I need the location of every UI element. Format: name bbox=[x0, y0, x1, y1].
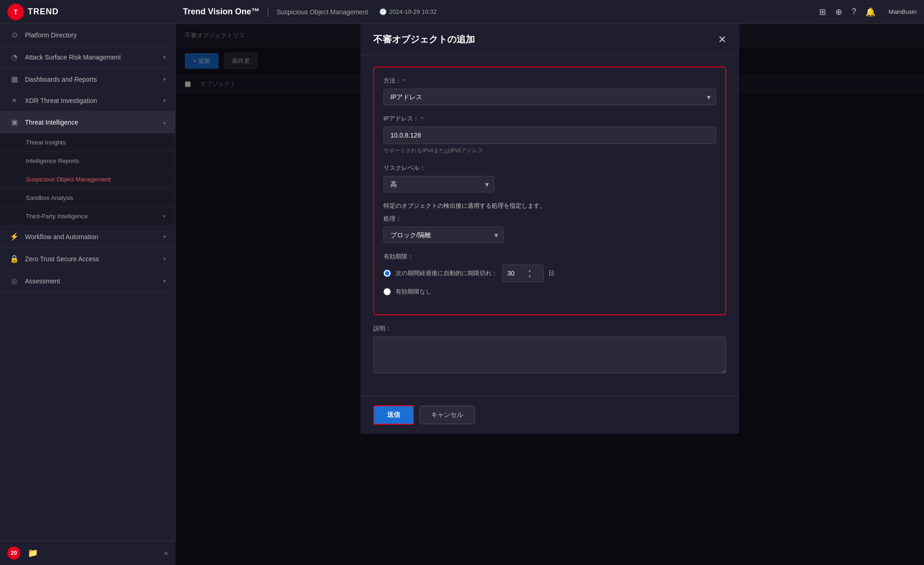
trend-logo-icon: T bbox=[7, 4, 24, 20]
threat-insights-label: Threat Insights bbox=[26, 139, 66, 146]
sidebar-item-assessment[interactable]: ◎ Assessment ▾ bbox=[0, 270, 175, 292]
sidebar-item-third-party[interactable]: Third-Party Intelligence ▾ bbox=[0, 207, 175, 226]
zero-trust-icon: 🔒 bbox=[9, 254, 19, 263]
description-label: 説明： bbox=[373, 325, 726, 333]
logo-area: T TREND bbox=[7, 4, 183, 20]
chevron-icon: ▾ bbox=[163, 256, 166, 262]
expiry-label: 有効期限： bbox=[383, 252, 716, 261]
sidebar-collapse-btn[interactable]: « bbox=[164, 549, 168, 557]
user-label[interactable]: MainBusin bbox=[888, 8, 917, 15]
expiry-auto-label: 次の期間経過後に自動的に期限切れ： bbox=[395, 269, 498, 277]
ip-address-input[interactable] bbox=[383, 126, 716, 144]
sidebar-item-attack-surface[interactable]: ◔ Attack Surface Risk Management ▾ bbox=[0, 46, 175, 68]
modal-overlay: 不審オブジェクトの追加 ✕ 方法： * bbox=[176, 24, 924, 565]
ip-hint: サポートされるIPv4またはIPv6アドレス bbox=[383, 147, 716, 155]
help-icon[interactable]: ? bbox=[851, 7, 856, 17]
header-time: 🕙 2024-10-29 10:32 bbox=[379, 8, 437, 15]
required-star-ip: * bbox=[421, 115, 423, 122]
third-party-label: Third-Party Intelligence bbox=[26, 213, 88, 220]
description-group: 説明： bbox=[373, 325, 726, 375]
risk-level-group: リスクレベル： 高 中 低 bbox=[383, 164, 716, 192]
content-area: 不審オブジェクトリス + 追加 最終更 オブジェクト 不審オブジェクトの追加 ✕ bbox=[176, 24, 924, 565]
expiry-none-radio[interactable] bbox=[383, 288, 391, 295]
notification-icon[interactable]: 🔔 bbox=[865, 7, 875, 17]
highlighted-section: 方法： * IPアドレス URL ドメイン ファイルSHA-1 ファイルSHA-… bbox=[373, 66, 726, 315]
sidebar-item-zero-trust[interactable]: 🔒 Zero Trust Secure Access ▾ bbox=[0, 248, 175, 270]
sidebar-item-sandbox-analysis[interactable]: Sandbox Analysis bbox=[0, 189, 175, 207]
sidebar-item-intelligence-reports[interactable]: Intelligence Reports bbox=[0, 152, 175, 170]
expiry-radio-group: 次の期間経過後に自動的に期限切れ： ▴ ▾ 日 bbox=[383, 264, 716, 296]
sidebar: ⊙ Platform Directory ◔ Attack Surface Ri… bbox=[0, 24, 176, 565]
method-select-wrapper[interactable]: IPアドレス URL ドメイン ファイルSHA-1 ファイルSHA-256 bbox=[383, 89, 716, 105]
action-description-text: 特定のオブジェクトの検出後に適用する処理を指定します。 bbox=[383, 202, 716, 210]
header-center: Trend Vision One™ | Suspicious Object Ma… bbox=[183, 6, 819, 17]
submit-button[interactable]: 送信 bbox=[373, 405, 414, 425]
down-arrow[interactable]: ▾ bbox=[529, 274, 531, 279]
platform-icon: ⊙ bbox=[9, 30, 19, 39]
assessment-icon: ◎ bbox=[9, 276, 19, 285]
sidebar-label-workflow: Workflow and Automation bbox=[25, 233, 158, 240]
suspicious-object-label: Suspicious Object Management bbox=[26, 176, 111, 183]
logo-text: TREND bbox=[28, 7, 59, 17]
grid-icon[interactable]: ⊞ bbox=[819, 7, 826, 17]
risk-label: リスクレベル： bbox=[383, 164, 716, 172]
action-select-wrapper[interactable]: ブロック/隔離 ログのみ bbox=[383, 227, 504, 243]
main-layout: ⊙ Platform Directory ◔ Attack Surface Ri… bbox=[0, 24, 924, 565]
chevron-icon: ▾ bbox=[163, 54, 166, 60]
risk-select[interactable]: 高 中 低 bbox=[383, 176, 494, 192]
intelligence-reports-label: Intelligence Reports bbox=[26, 157, 79, 164]
expiry-number-input-wrapper: ▴ ▾ bbox=[502, 264, 544, 282]
sidebar-item-threat-insights[interactable]: Threat Insights bbox=[0, 133, 175, 152]
page-context: Suspicious Object Management bbox=[277, 8, 368, 16]
datetime-text: 2024-10-29 10:32 bbox=[389, 8, 437, 15]
action-select[interactable]: ブロック/隔離 ログのみ bbox=[383, 227, 504, 243]
sidebar-file-icon[interactable]: 📁 bbox=[28, 548, 38, 558]
xdr-icon: ✕ bbox=[9, 97, 19, 104]
sidebar-item-platform-directory[interactable]: ⊙ Platform Directory bbox=[0, 24, 175, 46]
chevron-up-icon: ▴ bbox=[163, 119, 166, 126]
sidebar-item-suspicious-object[interactable]: Suspicious Object Management bbox=[0, 170, 175, 189]
sidebar-item-dashboards[interactable]: ▦ Dashboards and Reports ▾ bbox=[0, 68, 175, 90]
sidebar-item-xdr[interactable]: ✕ XDR Threat Investigation ▾ bbox=[0, 90, 175, 111]
expiry-none-label: 有効期限なし bbox=[395, 288, 432, 296]
method-group: 方法： * IPアドレス URL ドメイン ファイルSHA-1 ファイルSHA-… bbox=[383, 77, 716, 105]
header-divider: | bbox=[267, 6, 269, 17]
chevron-icon: ▾ bbox=[163, 278, 166, 284]
modal-close-button[interactable]: ✕ bbox=[718, 34, 726, 46]
sandbox-analysis-label: Sandbox Analysis bbox=[26, 194, 73, 201]
header-icons: ⊞ ⊕ ? 🔔 MainBusin bbox=[819, 7, 917, 17]
clock-icon: 🕙 bbox=[379, 8, 387, 15]
attack-icon: ◔ bbox=[9, 53, 19, 61]
sidebar-item-threat-intel[interactable]: ▣ Threat Intelligence ▴ bbox=[0, 111, 175, 133]
sidebar-label-platform: Platform Directory bbox=[25, 31, 166, 39]
cancel-button[interactable]: キャンセル bbox=[419, 406, 475, 424]
sidebar-label-assessment: Assessment bbox=[25, 277, 158, 285]
method-select[interactable]: IPアドレス URL ドメイン ファイルSHA-1 ファイルSHA-256 bbox=[383, 89, 716, 105]
expiry-none-option: 有効期限なし bbox=[383, 288, 716, 296]
method-label: 方法： * bbox=[383, 77, 716, 85]
sidebar-label-dashboards: Dashboards and Reports bbox=[25, 76, 158, 83]
add-suspicious-object-modal: 不審オブジェクトの追加 ✕ 方法： * bbox=[360, 24, 739, 434]
sidebar-bottom-bar: 20 📁 « bbox=[0, 541, 176, 565]
sidebar-label-threat-intel: Threat Intelligence bbox=[25, 119, 158, 126]
sidebar-item-workflow[interactable]: ⚡ Workflow and Automation ▾ bbox=[0, 226, 175, 248]
sidebar-label-xdr: XDR Threat Investigation bbox=[25, 97, 158, 104]
threat-intel-icon: ▣ bbox=[9, 118, 19, 126]
top-header: T TREND Trend Vision One™ | Suspicious O… bbox=[0, 0, 924, 24]
modal-header: 不審オブジェクトの追加 ✕ bbox=[360, 24, 739, 55]
expiry-auto-radio[interactable] bbox=[383, 270, 391, 277]
expiry-auto-option: 次の期間経過後に自動的に期限切れ： ▴ ▾ 日 bbox=[383, 264, 716, 282]
notification-badge[interactable]: 20 bbox=[7, 547, 20, 559]
ip-label: IPアドレス： * bbox=[383, 114, 716, 123]
expiry-arrows[interactable]: ▴ ▾ bbox=[529, 268, 531, 279]
up-arrow[interactable]: ▴ bbox=[529, 268, 531, 273]
network-icon[interactable]: ⊕ bbox=[835, 7, 842, 17]
threat-intel-sub-menu: Threat Insights Intelligence Reports Sus… bbox=[0, 133, 175, 226]
risk-select-wrapper[interactable]: 高 中 低 bbox=[383, 176, 494, 192]
modal-footer: 送信 キャンセル bbox=[360, 396, 739, 434]
action-description-group: 特定のオブジェクトの検出後に適用する処理を指定します。 処理： ブロック/隔離 … bbox=[383, 202, 716, 243]
dashboard-icon: ▦ bbox=[9, 75, 19, 84]
description-textarea[interactable] bbox=[373, 337, 726, 373]
expiry-days-input[interactable] bbox=[507, 270, 526, 277]
workflow-icon: ⚡ bbox=[9, 232, 19, 241]
